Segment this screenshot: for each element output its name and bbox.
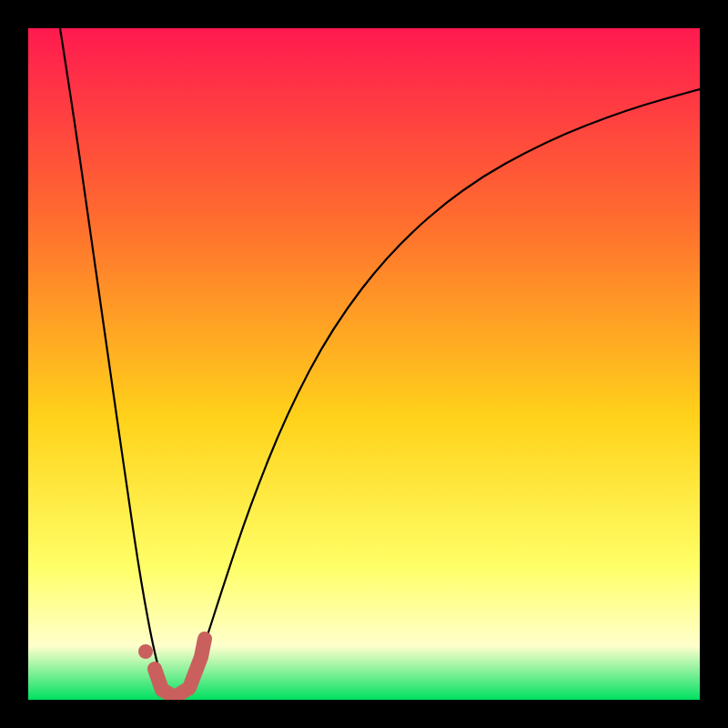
chart-stage: TheBottleneck.com	[0, 0, 728, 728]
gradient-plot-area	[28, 28, 700, 700]
chart-svg	[0, 0, 728, 728]
dot-marker	[138, 644, 153, 659]
